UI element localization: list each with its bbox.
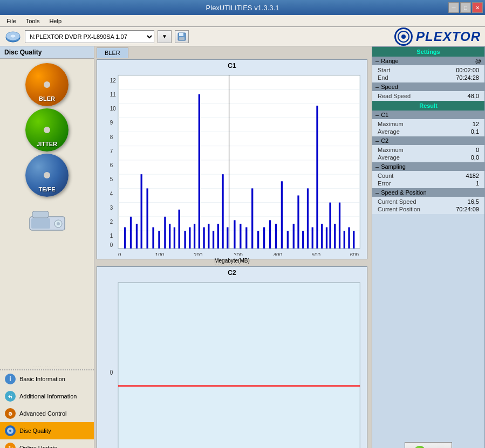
svg-rect-91 (348, 228, 350, 249)
svg-rect-59 (184, 231, 186, 249)
bler-button[interactable]: BLER (25, 63, 69, 106)
svg-rect-48 (124, 228, 126, 249)
maximize-button[interactable]: □ (460, 2, 471, 13)
svg-point-2 (10, 35, 16, 38)
speed-pos-section-header[interactable]: – Speed & Position (372, 188, 484, 197)
c2-result-section-header[interactable]: – C2 (372, 136, 484, 145)
sidebar-item-online-update[interactable]: ↻ Online Update (0, 439, 94, 448)
plextor-logo: PLEXTOR (394, 27, 481, 46)
svg-text:9: 9 (110, 119, 113, 126)
drive-select[interactable]: N:PLEXTOR DVDR PX-L890SA 1.07 (25, 30, 154, 43)
additional-info-icon: +i (4, 390, 16, 402)
c1-chart-svg: 12 11 10 9 8 7 6 5 4 3 2 1 0 (99, 72, 365, 256)
svg-text:5: 5 (110, 175, 113, 182)
menubar: File Tools Help (0, 15, 485, 27)
play-icon (414, 446, 426, 448)
menu-tools[interactable]: Tools (22, 17, 44, 25)
charts-panel: BLER C1 12 11 10 9 8 7 6 5 4 3 2 (94, 46, 370, 448)
save-button[interactable] (175, 30, 189, 43)
sidebar-item-disc-quality[interactable]: Disc Quality (0, 422, 94, 439)
svg-rect-79 (293, 224, 295, 249)
svg-rect-10 (32, 211, 49, 218)
svg-rect-53 (152, 228, 154, 249)
result-header: Result (372, 101, 484, 111)
svg-rect-92 (353, 231, 354, 249)
sidebar-item-advanced-control[interactable]: ⚙ Advanced Control (0, 405, 94, 422)
svg-rect-5 (179, 37, 185, 40)
drive-quality-button[interactable] (25, 199, 69, 242)
svg-rect-85 (321, 224, 323, 249)
svg-rect-56 (169, 224, 170, 249)
plextor-brand: PLEXTOR (416, 29, 481, 44)
close-button[interactable]: ✕ (472, 2, 483, 13)
svg-rect-57 (174, 228, 175, 249)
svg-rect-7 (31, 218, 50, 229)
svg-rect-64 (208, 224, 209, 249)
settings-header: Settings (372, 47, 484, 57)
svg-rect-84 (316, 106, 318, 249)
svg-text:400: 400 (274, 251, 282, 256)
titlebar: PlexUTILITIES v1.3.3.1 ─ □ ✕ (0, 0, 485, 15)
range-section-header[interactable]: – Range @ (372, 57, 484, 65)
svg-text:4: 4 (110, 190, 113, 197)
sidebar-item-additional-information[interactable]: +i Additional Information (0, 388, 94, 405)
start-button[interactable]: Start (405, 442, 452, 448)
svg-rect-55 (164, 217, 166, 249)
tefe-button[interactable]: TE/FE (25, 154, 69, 197)
speed-section-content: Read Speed 48,0 (372, 91, 484, 101)
c1-result-section-header[interactable]: – C1 (372, 111, 484, 119)
c2-chart-title: C2 (99, 269, 365, 277)
svg-rect-62 (199, 94, 200, 249)
svg-text:500: 500 (312, 251, 320, 256)
sidebar-nav: i Basic Information +i Additional Inform… (0, 369, 94, 448)
svg-rect-49 (130, 217, 132, 249)
svg-text:6: 6 (110, 161, 113, 168)
svg-rect-88 (334, 224, 336, 249)
svg-text:200: 200 (194, 251, 202, 256)
advanced-control-icon: ⚙ (4, 408, 16, 419)
c2-result-content: Maximum 0 Average 0,0 (372, 145, 484, 162)
svg-rect-78 (287, 231, 289, 249)
svg-text:100: 100 (155, 251, 164, 256)
range-section-content: Start 00:02:00 End 70:24:28 (372, 65, 484, 82)
svg-rect-74 (263, 228, 265, 249)
main-content: Disc Quality BLER JITTER (0, 46, 485, 448)
svg-text:7: 7 (110, 147, 113, 154)
speed-pos-collapse-icon: – (375, 189, 379, 196)
svg-rect-77 (281, 181, 283, 249)
jitter-button[interactable]: JITTER (25, 108, 69, 151)
speed-pos-section-content: Current Speed 16,5 Current Position 70:2… (372, 197, 484, 214)
svg-rect-72 (251, 188, 253, 248)
svg-rect-80 (297, 196, 299, 249)
svg-text:8: 8 (110, 133, 113, 140)
svg-text:i: i (9, 375, 11, 383)
speed-section-header[interactable]: – Speed (372, 82, 484, 91)
sampling-section-header[interactable]: – Sampling (372, 162, 484, 171)
c1-collapse-icon: – (375, 112, 379, 118)
c1-chart-title: C1 (99, 62, 365, 70)
range-collapse-icon: – (375, 58, 379, 64)
menu-file[interactable]: File (2, 17, 21, 25)
online-update-icon: ↻ (4, 442, 16, 448)
menu-help[interactable]: Help (45, 17, 66, 25)
svg-text:⚙: ⚙ (8, 411, 12, 417)
minimize-button[interactable]: ─ (448, 2, 459, 13)
svg-rect-69 (234, 220, 235, 248)
c2-chart-container: C2 0 0 100 200 300 400 500 600 (97, 266, 367, 448)
sidebar: Disc Quality BLER JITTER (0, 46, 94, 448)
c2-chart-svg: 0 0 100 200 300 400 500 600 (99, 279, 365, 448)
dropdown-arrow-button[interactable]: ▼ (158, 30, 172, 43)
svg-rect-61 (194, 224, 195, 249)
sidebar-item-basic-information[interactable]: i Basic Information (0, 370, 94, 388)
tab-bar: BLER (97, 47, 367, 58)
svg-rect-65 (213, 231, 214, 249)
svg-rect-73 (257, 231, 259, 249)
svg-text:0: 0 (118, 251, 121, 256)
sidebar-disc-icons: BLER JITTER TE/FE (0, 59, 94, 362)
svg-rect-51 (141, 174, 142, 249)
svg-rect-68 (227, 228, 228, 249)
svg-text:1: 1 (110, 232, 113, 239)
tab-bler[interactable]: BLER (97, 47, 128, 58)
svg-rect-101 (118, 282, 360, 448)
sampling-collapse-icon: – (375, 163, 379, 170)
